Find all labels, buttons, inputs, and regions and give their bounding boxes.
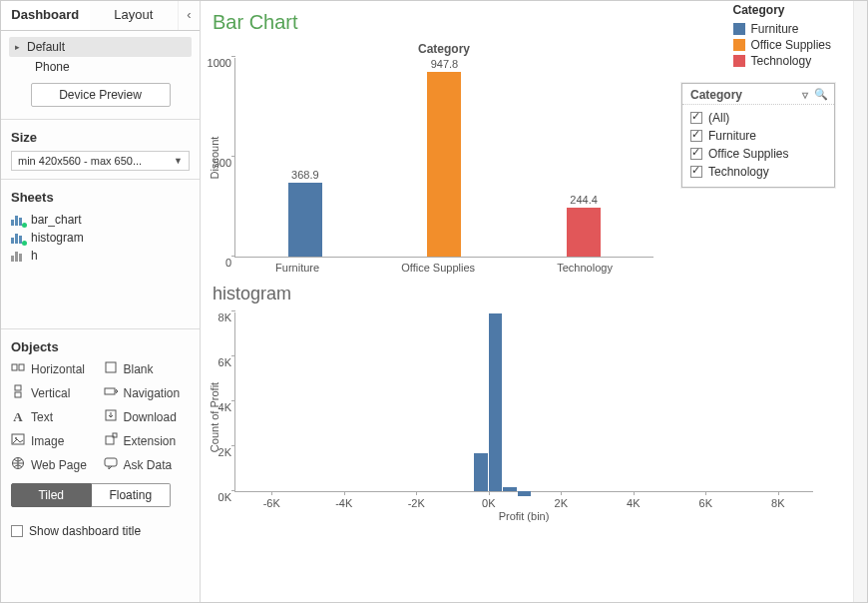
bar-furniture[interactable]: 368.9 (235, 58, 375, 257)
tab-layout[interactable]: Layout (90, 1, 179, 30)
object-download[interactable]: Download (104, 408, 191, 425)
object-label: Text (31, 410, 53, 424)
device-default[interactable]: ▸ Default (9, 37, 192, 57)
sheet-item-h[interactable]: h (11, 247, 190, 265)
device-preview-button[interactable]: Device Preview (31, 83, 171, 107)
histogram-bar[interactable] (474, 453, 488, 491)
panel-body: ▸ Default Phone Device Preview Size min … (1, 31, 200, 602)
vertical-icon (11, 384, 25, 401)
svg-rect-0 (12, 364, 17, 370)
size-heading: Size (11, 130, 190, 145)
canvas-scrollbar[interactable] (853, 1, 867, 602)
object-label: Navigation (124, 386, 181, 400)
object-blank[interactable]: Blank (104, 360, 191, 377)
objects-section: Objects HorizontalBlankVerticalNavigatio… (1, 328, 200, 515)
legend-swatch (733, 23, 745, 35)
object-label: Extension (124, 434, 177, 448)
askdata-icon (104, 456, 118, 473)
panel-tabs: Dashboard Layout ‹ (1, 1, 200, 31)
y-tick-label: 4K (198, 401, 231, 413)
bar-technology[interactable]: 244.4 (514, 58, 653, 257)
x-tick-label: Furniture (275, 262, 319, 274)
legend-item[interactable]: Furniture (733, 21, 832, 37)
caret-icon: ▸ (15, 42, 27, 52)
svg-rect-4 (15, 392, 21, 397)
size-dropdown[interactable]: min 420x560 - max 650... ▼ (11, 151, 190, 171)
device-list: ▸ Default Phone Device Preview (1, 31, 200, 119)
blank-icon (104, 360, 118, 377)
sheets-section: Sheets bar_charthistogramh (1, 179, 200, 328)
floating-button[interactable]: Floating (92, 483, 172, 507)
sheet-label: h (31, 249, 38, 263)
sheet-item-bar_chart[interactable]: bar_chart (11, 211, 190, 229)
object-label: Ask Data (124, 458, 173, 472)
histogram-chart: Count of Profit 0K2K4K6K8K-6K-4K-2K0K2K4… (234, 312, 853, 522)
bar-chart: Category Discount 368.9947.8244.4 050010… (234, 42, 853, 274)
legend-heading: Category (733, 3, 832, 17)
download-icon (104, 408, 118, 425)
object-webpage[interactable]: Web Page (11, 456, 98, 473)
histogram-title: histogram (207, 274, 853, 306)
show-title-checkbox[interactable] (11, 525, 23, 537)
collapse-panel-button[interactable]: ‹ (178, 1, 200, 30)
extension-icon (104, 432, 118, 449)
bar-value-label: 368.9 (291, 169, 319, 181)
object-text[interactable]: AText (11, 408, 98, 425)
x-tick-label: -4K (335, 497, 352, 509)
svg-rect-5 (105, 388, 115, 394)
tiled-floating-toggle: Tiled Floating (11, 483, 171, 507)
tiled-button[interactable]: Tiled (11, 483, 92, 507)
object-label: Horizontal (31, 362, 85, 376)
object-label: Vertical (31, 386, 70, 400)
svg-rect-3 (15, 385, 21, 390)
sheet-label: bar_chart (31, 213, 82, 227)
y-tick-label: 0K (198, 491, 231, 503)
y-tick-label: 8K (198, 311, 231, 323)
object-image[interactable]: Image (11, 432, 98, 449)
sheet-item-histogram[interactable]: histogram (11, 229, 190, 247)
worksheet-icon (11, 214, 25, 226)
dashboard-canvas[interactable]: Bar Chart Category FurnitureOffice Suppl… (201, 1, 853, 602)
objects-heading: Objects (11, 339, 190, 354)
bar-chart-axis-title: Category (234, 42, 653, 56)
chevron-down-icon: ▼ (174, 156, 183, 166)
y-tick-label: 500 (198, 157, 231, 169)
x-tick-label: 6K (699, 497, 712, 509)
svg-rect-12 (105, 458, 117, 466)
x-tick-label: 8K (771, 497, 784, 509)
show-title-label: Show dashboard title (29, 524, 141, 538)
x-tick-label: Office Supplies (401, 262, 475, 274)
y-tick-label: 2K (198, 446, 231, 458)
histogram-bar[interactable] (503, 487, 517, 492)
text-icon: A (11, 410, 25, 424)
legend-label: Furniture (751, 22, 799, 36)
y-tick-label: 6K (198, 356, 231, 368)
side-panel: Dashboard Layout ‹ ▸ Default Phone Devic… (1, 1, 201, 602)
histogram-x-label: Profit (bin) (234, 492, 813, 522)
navigation-icon (104, 384, 118, 401)
object-askdata[interactable]: Ask Data (104, 456, 191, 473)
object-label: Blank (124, 362, 154, 376)
tab-dashboard[interactable]: Dashboard (1, 1, 90, 30)
svg-rect-1 (19, 364, 24, 370)
svg-rect-2 (106, 362, 116, 372)
x-tick-label: Technology (557, 262, 613, 274)
bar-rect (427, 72, 461, 257)
x-tick-label: 4K (627, 497, 640, 509)
object-horizontal[interactable]: Horizontal (11, 360, 98, 377)
object-navigation[interactable]: Navigation (104, 384, 191, 401)
device-phone[interactable]: Phone (9, 57, 192, 77)
image-icon (11, 432, 25, 449)
size-section: Size min 420x560 - max 650... ▼ (1, 119, 200, 179)
histogram-y-label: Count of Profit (209, 382, 220, 452)
histogram-bar[interactable] (518, 491, 532, 496)
bar-office-supplies[interactable]: 947.8 (375, 58, 515, 257)
worksheet-icon (11, 250, 25, 262)
size-value: min 420x560 - max 650... (18, 155, 142, 167)
x-tick-label: 0K (482, 497, 495, 509)
object-vertical[interactable]: Vertical (11, 384, 98, 401)
object-extension[interactable]: Extension (104, 432, 191, 449)
histogram-bar[interactable] (489, 313, 503, 491)
sheet-label: histogram (31, 231, 84, 245)
show-title-row[interactable]: Show dashboard title (1, 515, 200, 544)
